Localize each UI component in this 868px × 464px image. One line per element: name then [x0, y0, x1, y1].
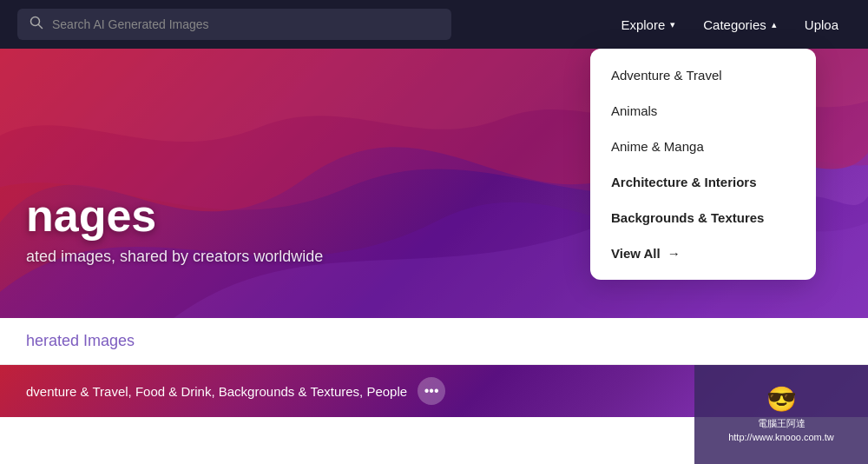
search-input[interactable]: [52, 17, 439, 31]
upload-label: Uploa: [805, 17, 838, 32]
categories-nav-item[interactable]: Categories ▴: [691, 10, 789, 39]
dropdown-item-animals[interactable]: Animals: [590, 93, 816, 129]
explore-label: Explore: [621, 17, 665, 32]
navbar: Explore ▾ Categories ▴ Uploa: [0, 0, 868, 49]
svg-line-1: [39, 25, 43, 29]
section-bar: herated Images: [0, 318, 868, 365]
section-title: herated Images: [26, 332, 135, 350]
explore-nav-item[interactable]: Explore ▾: [608, 10, 687, 39]
view-all-arrow-icon: →: [667, 246, 681, 261]
dropdown-item-adventure-travel[interactable]: Adventure & Travel: [590, 57, 816, 93]
tags-text: dventure & Travel, Food & Drink, Backgro…: [26, 384, 407, 399]
categories-label: Categories: [703, 17, 766, 32]
watermark-text-line1: 電腦王阿達: [758, 417, 806, 430]
dropdown-item-architecture-interiors[interactable]: Architecture & Interiors: [590, 164, 816, 200]
categories-chevron-up-icon: ▴: [772, 19, 777, 30]
dropdown-item-backgrounds-textures[interactable]: Backgrounds & Textures: [590, 200, 816, 235]
upload-nav-item[interactable]: Uploa: [792, 10, 851, 39]
nav-links: Explore ▾ Categories ▴ Uploa: [608, 10, 851, 39]
dropdown-item-anime-manga[interactable]: Anime & Manga: [590, 129, 816, 164]
hero-title: nages: [26, 191, 323, 241]
search-icon: [30, 16, 43, 33]
watermark-text-line2: http://www.knooo.com.tw: [728, 431, 834, 444]
watermark: 😎 電腦王阿達 http://www.knooo.com.tw: [694, 365, 868, 464]
view-all-label: View All: [611, 246, 661, 261]
hero-text-block: nages ated images, shared by creators wo…: [26, 191, 323, 266]
watermark-icon: 😎: [766, 385, 797, 414]
tags-more-button[interactable]: •••: [418, 377, 445, 405]
dropdown-item-view-all[interactable]: View All →: [590, 235, 816, 271]
explore-chevron-down-icon: ▾: [670, 19, 675, 30]
search-container: [17, 9, 451, 40]
categories-dropdown: Adventure & Travel Animals Anime & Manga…: [590, 49, 816, 280]
hero-subtitle: ated images, shared by creators worldwid…: [26, 248, 323, 266]
